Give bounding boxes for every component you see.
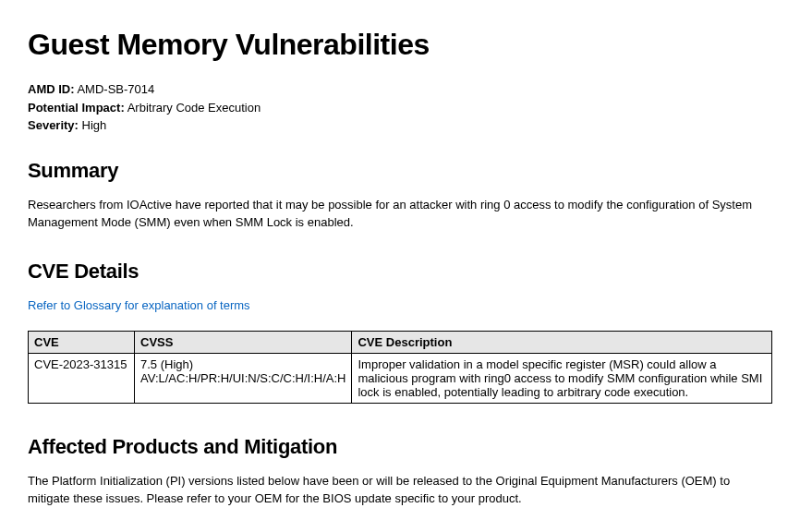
- cvss-cell: 7.5 (High) AV:L/AC:H/PR:H/UI:N/S:C/C:H/I…: [135, 353, 352, 403]
- severity-value: High: [82, 118, 107, 132]
- impact-label: Potential Impact:: [28, 101, 125, 115]
- meta-block: AMD ID: AMD-SB-7014 Potential Impact: Ar…: [28, 80, 772, 135]
- amd-id-value: AMD-SB-7014: [77, 82, 154, 96]
- affected-text: The Platform Initialization (PI) version…: [28, 472, 772, 508]
- glossary-link[interactable]: Refer to Glossary for explanation of ter…: [28, 298, 250, 312]
- cvss-vector: AV:L/AC:H/PR:H/UI:N/S:C/C:H/I:H/A:H: [140, 371, 345, 385]
- cve-table: CVE CVSS CVE Description CVE-2023-31315 …: [28, 331, 772, 404]
- summary-heading: Summary: [28, 159, 772, 183]
- th-cvss: CVSS: [135, 331, 352, 353]
- th-desc: CVE Description: [352, 331, 772, 353]
- cve-heading: CVE Details: [28, 260, 772, 284]
- affected-heading: Affected Products and Mitigation: [28, 435, 772, 459]
- summary-text: Researchers from IOActive have reported …: [28, 196, 772, 232]
- amd-id-label: AMD ID:: [28, 82, 75, 96]
- table-row: CVE-2023-31315 7.5 (High) AV:L/AC:H/PR:H…: [29, 353, 772, 403]
- cve-id-cell: CVE-2023-31315: [29, 353, 135, 403]
- impact-value: Arbitrary Code Execution: [127, 101, 261, 115]
- cve-desc-cell: Improper validation in a model specific …: [352, 353, 772, 403]
- table-header-row: CVE CVSS CVE Description: [29, 331, 772, 353]
- th-cve: CVE: [29, 331, 135, 353]
- cvss-score: 7.5 (High): [140, 357, 193, 371]
- severity-label: Severity:: [28, 118, 79, 132]
- page-title: Guest Memory Vulnerabilities: [28, 28, 772, 62]
